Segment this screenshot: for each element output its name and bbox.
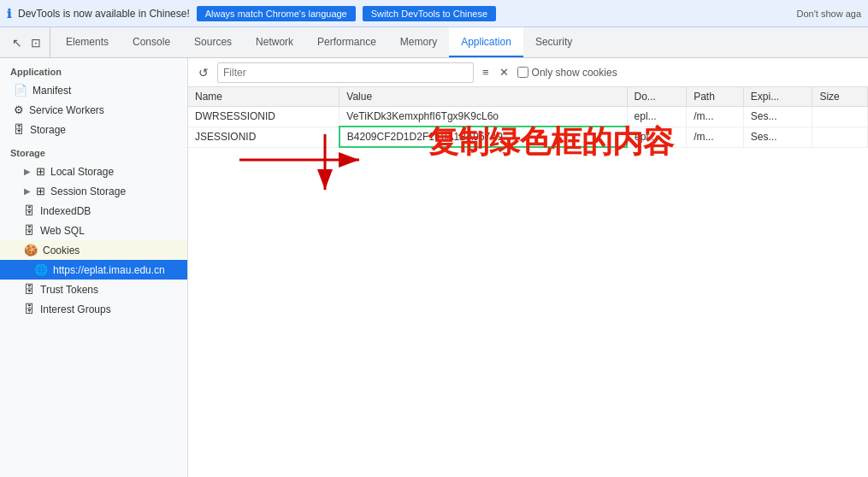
tab-elements[interactable]: Elements	[54, 27, 121, 57]
cell-domain: epl...	[627, 127, 687, 147]
local-storage-icon: ⊞	[36, 165, 45, 178]
local-storage-label: Local Storage	[50, 166, 114, 178]
clear-icon-button[interactable]: ✕	[496, 64, 512, 80]
manifest-label: Manifest	[32, 85, 71, 97]
web-sql-label: Web SQL	[40, 225, 85, 237]
sidebar-item-storage-app[interactable]: 🗄 Storage	[0, 120, 187, 139]
info-text: DevTools is now available in Chinese!	[18, 8, 190, 20]
annotation-area: Name Value Do... Path Expi... Size DWRSE…	[188, 87, 868, 477]
main-layout: Application 📄 Manifest ⚙ Service Workers…	[0, 58, 868, 477]
table-wrapper: Name Value Do... Path Expi... Size DWRSE…	[188, 87, 868, 148]
cell-size	[812, 107, 868, 127]
tab-performance[interactable]: Performance	[305, 27, 388, 57]
toolbar-icons: ≡ ✕	[479, 64, 512, 80]
red-arrow-annotation	[231, 134, 419, 245]
filter-input[interactable]	[217, 62, 474, 83]
cookies-icon: 🍪	[24, 244, 38, 256]
session-storage-label: Session Storage	[50, 186, 126, 197]
col-size: Size	[812, 87, 868, 107]
col-expiry: Expi...	[743, 87, 812, 107]
tab-application[interactable]: Application	[449, 27, 523, 57]
devtools-icon-1[interactable]: ↖	[10, 34, 24, 51]
sidebar-section-application: Application	[0, 58, 187, 80]
interest-groups-icon: 🗄	[24, 303, 35, 315]
settings-icon-button[interactable]: ≡	[479, 64, 493, 80]
service-workers-label: Service Workers	[29, 104, 104, 116]
dismiss-button[interactable]: Don't show aga	[797, 9, 861, 19]
sidebar-item-trust-tokens[interactable]: 🗄 Trust Tokens	[0, 280, 187, 299]
cell-path: /m...	[687, 127, 744, 147]
sidebar-item-cookies[interactable]: 🍪 Cookies	[0, 240, 187, 260]
sidebar-item-web-sql[interactable]: 🗄 Web SQL	[0, 221, 187, 240]
session-storage-icon: ⊞	[36, 185, 45, 197]
info-icon: ℹ	[7, 7, 11, 21]
sidebar-item-service-workers[interactable]: ⚙ Service Workers	[0, 100, 187, 120]
only-show-cookies-checkbox[interactable]	[517, 67, 528, 78]
sidebar-item-interest-groups[interactable]: 🗄 Interest Groups	[0, 299, 187, 319]
cell-value-highlighted: B4209CF2D1D2F1E0A1BA957A9...	[340, 127, 627, 147]
session-storage-expand-icon: ▶	[24, 186, 31, 196]
cell-path: /m...	[687, 107, 744, 127]
tab-console[interactable]: Console	[121, 27, 182, 57]
cell-name: JSESSIONID	[188, 127, 340, 147]
col-value: Value	[340, 87, 627, 107]
sidebar-item-manifest[interactable]: 📄 Manifest	[0, 80, 187, 100]
cell-value: VeTiKDk3KemxphfI6Tgx9K9cL6o	[340, 107, 627, 127]
cell-expiry: Ses...	[743, 127, 812, 147]
table-row[interactable]: DWRSESSIONID VeTiKDk3KemxphfI6Tgx9K9cL6o…	[188, 107, 868, 127]
switch-devtools-button[interactable]: Switch DevTools to Chinese	[363, 6, 496, 21]
sidebar: Application 📄 Manifest ⚙ Service Workers…	[0, 58, 188, 477]
sidebar-item-indexeddb[interactable]: 🗄 IndexedDB	[0, 201, 187, 221]
cell-name: DWRSESSIONID	[188, 107, 340, 127]
cookies-table: Name Value Do... Path Expi... Size DWRSE…	[188, 87, 868, 148]
storage-app-icon: 🗄	[14, 123, 25, 136]
tab-network[interactable]: Network	[244, 27, 305, 57]
sidebar-item-session-storage[interactable]: ▶ ⊞ Session Storage	[0, 181, 187, 201]
cell-size	[812, 127, 868, 147]
tab-icon-group: ↖ ⊡	[3, 27, 50, 57]
match-language-button[interactable]: Always match Chrome's language	[197, 6, 356, 21]
sidebar-item-local-storage[interactable]: ▶ ⊞ Local Storage	[0, 162, 187, 181]
trust-tokens-label: Trust Tokens	[40, 284, 98, 296]
devtools-icon-2[interactable]: ⊡	[29, 34, 43, 51]
info-bar: ℹ DevTools is now available in Chinese! …	[0, 0, 868, 27]
only-show-cookies-label[interactable]: Only show cookies	[517, 67, 617, 79]
refresh-button[interactable]: ↺	[195, 64, 212, 81]
col-domain: Do...	[627, 87, 687, 107]
indexeddb-icon: 🗄	[24, 204, 35, 217]
cookies-url-icon: 🌐	[34, 263, 48, 276]
sidebar-section-storage: Storage	[0, 139, 187, 162]
cell-expiry: Ses...	[743, 107, 812, 127]
table-row[interactable]: JSESSIONID B4209CF2D1D2F1E0A1BA957A9... …	[188, 127, 868, 147]
cookies-label: Cookies	[43, 244, 80, 256]
tab-security[interactable]: Security	[523, 27, 584, 57]
service-workers-icon: ⚙	[14, 103, 24, 116]
sidebar-item-cookies-url[interactable]: 🌐 https://eplat.imau.edu.cn	[0, 260, 187, 280]
interest-groups-label: Interest Groups	[40, 303, 111, 315]
tab-memory[interactable]: Memory	[388, 27, 449, 57]
col-name: Name	[188, 87, 340, 107]
tab-sources[interactable]: Sources	[182, 27, 244, 57]
cookies-url-label: https://eplat.imau.edu.cn	[53, 264, 165, 276]
tab-bar: ↖ ⊡ Elements Console Sources Network Per…	[0, 27, 868, 58]
col-path: Path	[687, 87, 744, 107]
indexeddb-label: IndexedDB	[40, 205, 91, 217]
storage-app-label: Storage	[30, 124, 66, 136]
cell-domain: epl...	[627, 107, 687, 127]
trust-tokens-icon: 🗄	[24, 283, 35, 296]
content-area: ↺ ≡ ✕ Only show cookies Name Value	[188, 58, 868, 477]
web-sql-icon: 🗄	[24, 224, 35, 237]
content-toolbar: ↺ ≡ ✕ Only show cookies	[188, 58, 868, 87]
local-storage-expand-icon: ▶	[24, 167, 31, 176]
manifest-icon: 📄	[14, 84, 27, 97]
only-show-cookies-text: Only show cookies	[532, 67, 617, 79]
